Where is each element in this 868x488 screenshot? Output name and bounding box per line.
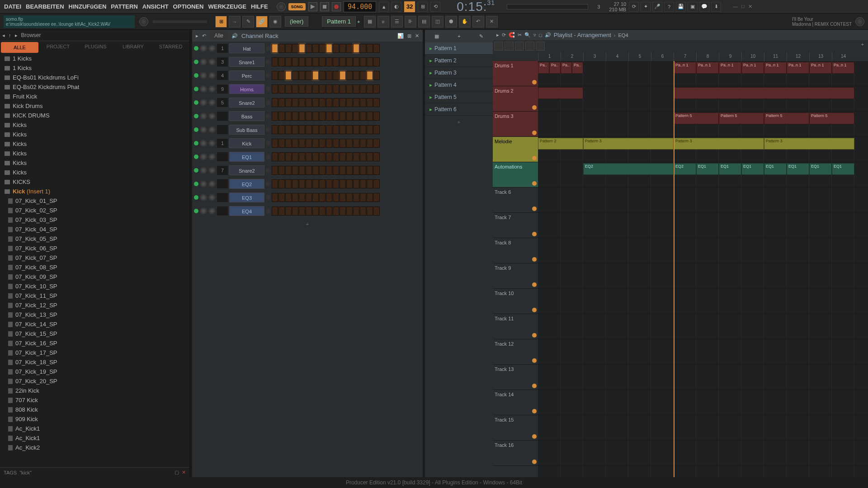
step-button[interactable]: [306, 152, 312, 161]
channel-name-button[interactable]: Hat: [229, 43, 264, 53]
step-button[interactable]: [367, 44, 373, 53]
channel-name-button[interactable]: Snare2: [229, 98, 264, 108]
channel-pan-knob[interactable]: [200, 180, 207, 188]
main-volume-knob[interactable]: [277, 2, 286, 11]
channel-name-button[interactable]: EQ2: [229, 179, 264, 189]
channel-pan-knob[interactable]: [200, 85, 207, 93]
link-button[interactable]: ✎: [242, 16, 254, 28]
pl-marker-icon[interactable]: ▿: [533, 32, 536, 38]
channel-select-led[interactable]: [266, 73, 270, 78]
step-button[interactable]: [285, 139, 292, 148]
channel-mixer-num[interactable]: [217, 125, 228, 134]
step-button[interactable]: [373, 71, 380, 80]
channel-mute-led[interactable]: [194, 195, 198, 200]
step-button[interactable]: [373, 57, 380, 66]
track-mute-button[interactable]: [532, 131, 537, 135]
step-button[interactable]: [340, 112, 346, 121]
maximize-button[interactable]: □: [741, 4, 745, 9]
time-display[interactable]: 0:15:31: [457, 0, 495, 14]
render-icon[interactable]: ▣: [688, 2, 698, 12]
step-button[interactable]: [367, 112, 373, 121]
channel-mixer-num[interactable]: 7: [217, 166, 228, 175]
track-header[interactable]: Track 15: [493, 415, 538, 441]
cr-options-icon[interactable]: ⊞: [407, 33, 411, 39]
step-button[interactable]: [278, 193, 285, 202]
track-header[interactable]: Track 10: [493, 289, 538, 314]
channel-name-button[interactable]: Perc: [229, 70, 264, 80]
channel-select-led[interactable]: [266, 155, 270, 159]
step-button[interactable]: [346, 125, 353, 134]
step-button[interactable]: [353, 112, 359, 121]
playlist-clip[interactable]: Pattern 3: [764, 138, 854, 150]
step-button[interactable]: [346, 84, 353, 94]
step-button[interactable]: [312, 84, 319, 94]
channel-mute-led[interactable]: [194, 168, 198, 173]
browser-folder[interactable]: Kicks: [0, 158, 189, 168]
undo-history-button[interactable]: ↶: [472, 16, 484, 28]
step-button[interactable]: [353, 98, 359, 107]
track-header[interactable]: Drums 3: [493, 112, 538, 137]
channel-mixer-num[interactable]: 9: [217, 84, 228, 94]
live-mode-button[interactable]: ◉: [269, 16, 281, 28]
step-button[interactable]: [312, 152, 319, 161]
tempo-tapper-button[interactable]: ⬢: [445, 16, 457, 28]
playlist-clip[interactable]: Pattern 5: [764, 113, 809, 124]
channel-mute-led[interactable]: [194, 114, 198, 118]
track-mute-button[interactable]: [532, 460, 537, 464]
step-button[interactable]: [346, 206, 353, 216]
ruler-mark[interactable]: 7: [674, 52, 696, 61]
browser-file[interactable]: 909 Kick: [0, 414, 189, 424]
channel-select-led[interactable]: [266, 127, 270, 132]
browser-file[interactable]: 07_Kick_18_SP: [0, 357, 189, 367]
browser-folder[interactable]: Kicks: [0, 139, 189, 149]
step-button[interactable]: [272, 112, 278, 121]
step-button[interactable]: [333, 57, 339, 66]
pl-tool-paint[interactable]: [505, 42, 514, 51]
browser-folder[interactable]: 1 Kicks: [0, 54, 189, 63]
step-button[interactable]: [367, 71, 373, 80]
pattern-selector[interactable]: Pattern 1: [322, 16, 356, 27]
browser-refresh-icon[interactable]: ↑: [9, 33, 11, 38]
pattern-item[interactable]: ▸Pattern 1: [425, 42, 493, 55]
step-button[interactable]: [312, 98, 319, 107]
channel-select-led[interactable]: [266, 209, 270, 213]
playlist-clip[interactable]: Pa..: [549, 62, 561, 74]
browser-tab-library[interactable]: LIBRARY: [114, 41, 152, 54]
browser-button[interactable]: ▤: [418, 16, 430, 28]
crossfade-slider[interactable]: [153, 20, 207, 23]
pl-tool-select[interactable]: [525, 42, 534, 51]
menu-optionen[interactable]: OPTIONEN: [171, 2, 206, 11]
playlist-grid[interactable]: Pa..Pa..Pa..Pa..Pa..n 1Pa..n 1Pa..n 1Pa.…: [538, 61, 868, 477]
step-button[interactable]: [353, 44, 359, 53]
step-button[interactable]: [312, 44, 319, 53]
play-button[interactable]: [308, 2, 317, 11]
menu-hilfe[interactable]: HILFE: [249, 2, 270, 11]
browser-folder[interactable]: EQ-Bs01 Kickdrums LoFi: [0, 73, 189, 82]
step-button[interactable]: [278, 152, 285, 161]
close-windows-button[interactable]: ✕: [486, 16, 498, 28]
playlist-clip[interactable]: [538, 87, 583, 99]
step-button[interactable]: [319, 139, 326, 148]
step-button[interactable]: [353, 125, 359, 134]
step-button[interactable]: [278, 166, 285, 175]
step-button[interactable]: [373, 125, 380, 134]
channel-pan-knob[interactable]: [200, 167, 207, 174]
step-button[interactable]: [292, 112, 298, 121]
channel-select-led[interactable]: [266, 60, 270, 64]
step-button[interactable]: [326, 71, 332, 80]
step-button[interactable]: [333, 206, 339, 216]
step-button[interactable]: [319, 112, 326, 121]
step-button[interactable]: [299, 206, 305, 216]
ruler-mark[interactable]: 4: [606, 52, 628, 61]
channel-mixer-num[interactable]: 1: [217, 44, 228, 53]
step-button[interactable]: [340, 166, 346, 175]
browser-file[interactable]: 07_Kick_16_SP: [0, 338, 189, 348]
browser-file[interactable]: 07_Kick_11_SP: [0, 291, 189, 300]
step-button[interactable]: [340, 152, 346, 161]
step-button[interactable]: [346, 71, 353, 80]
step-button[interactable]: [367, 206, 373, 216]
playlist-clip[interactable]: Pa..n 1: [741, 62, 764, 74]
tags-value[interactable]: "kick": [19, 470, 32, 475]
channel-rack-button[interactable]: ☰: [391, 16, 403, 28]
playlist-clip[interactable]: Pattern 3: [674, 138, 764, 150]
